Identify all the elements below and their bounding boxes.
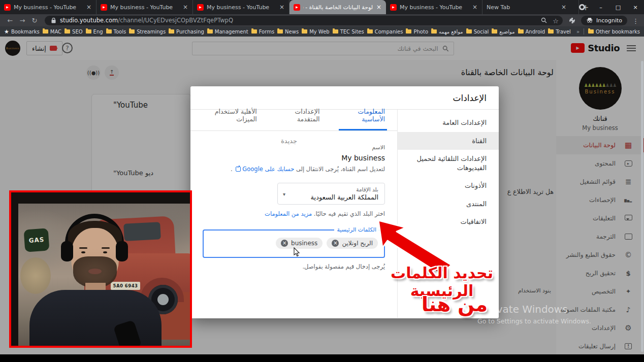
bookmarks-root[interactable]: Bookmarks (4, 28, 40, 35)
headphone-cup (61, 241, 73, 261)
bookmark-folder-label: Forms (259, 29, 274, 35)
bookmark-folder[interactable]: مواقع مهمه (431, 29, 463, 35)
browser-tab[interactable]: My business - YouTube (193, 0, 289, 14)
browser-tab[interactable]: My business - YouTube (96, 0, 193, 14)
country-select[interactable]: بلد الإقامة المملكة العربية السعودية (277, 183, 385, 205)
folder-icon (43, 29, 48, 34)
minimize-button[interactable]: – (592, 0, 609, 14)
keywords-help: يُرجى إدخال قيم مفصولة بفواصل. (203, 263, 385, 270)
letterbox-bar (0, 354, 644, 362)
bookmark-folder-label: مواقع مهمه (439, 29, 463, 35)
other-bookmarks[interactable]: Other bookmarks (588, 29, 640, 35)
browser-tab[interactable]: New Tab (482, 0, 579, 14)
bookmark-folder[interactable]: SEO (65, 29, 83, 35)
extensions-puzzle-icon[interactable] (569, 17, 576, 24)
folder-icon (518, 29, 524, 34)
bookmark-folder-label: Streamings (137, 29, 166, 35)
browser-tab[interactable]: My business - YouTube (386, 0, 482, 14)
tab-close-icon[interactable] (472, 4, 478, 10)
headphone-cup (116, 241, 128, 261)
browser-tab[interactable]: My business - YouTube (0, 0, 96, 14)
background-text-fragment: جديدة (281, 137, 297, 145)
bookmark-folder[interactable]: MAC (43, 29, 61, 35)
bookmark-star-icon[interactable] (553, 16, 559, 25)
folder-icon (333, 29, 338, 34)
tab-close-icon[interactable] (561, 4, 567, 10)
bookmark-folder[interactable]: Tools (106, 29, 126, 35)
folder-icon (207, 29, 213, 34)
folder-icon (277, 29, 283, 34)
dialog-menu-item[interactable]: المنتدى (398, 195, 499, 213)
close-button[interactable]: × (627, 0, 644, 14)
reload-icon[interactable] (29, 15, 40, 25)
bookmarks-overflow-chevron[interactable]: » (576, 29, 579, 35)
browser-tab[interactable]: لوحة البيانات الخاصة بالقناة - Studio (289, 0, 386, 14)
maximize-button[interactable]: □ (609, 0, 627, 14)
tab-close-icon[interactable] (376, 4, 382, 10)
screen: My business - YouTube My business - YouT… (0, 0, 644, 362)
bookmark-folder[interactable]: Social (466, 29, 489, 35)
url-domain: studio.youtube.com (60, 17, 118, 24)
folder-icon (129, 29, 135, 34)
folder-icon (65, 29, 70, 34)
bookmark-folder-label: News (285, 29, 299, 35)
keyword-chip-label: business (291, 240, 317, 247)
tab-close-icon[interactable] (182, 4, 188, 10)
back-icon[interactable] (5, 15, 15, 25)
bookmark-folder[interactable]: TEC Sites (333, 29, 364, 35)
dialog-menu-item[interactable]: القناة (398, 132, 499, 150)
person-eyebrow (102, 247, 110, 249)
tab-list: My business - YouTube My business - YouT… (0, 0, 579, 14)
bookmark-folder[interactable]: News (277, 29, 299, 35)
bookmark-folder[interactable]: Management (207, 29, 248, 35)
star-icon (4, 28, 9, 35)
dialog-menu-item[interactable]: الأذونات (398, 177, 499, 195)
bookmark-folder[interactable]: Android (518, 29, 545, 35)
bookmark-folder[interactable]: Purchasing (169, 29, 204, 35)
bookmark-folder-label: My Web (309, 29, 330, 35)
country-help: اختر البلد الذي تقيم فيه حاليًا. مزيد من… (203, 210, 385, 217)
bookmark-folder-label: Purchasing (176, 29, 204, 35)
dialog-tabs: المعلومات الأساسية الإعدادات المتقدمة ال… (190, 110, 397, 131)
remove-chip-icon[interactable] (281, 240, 288, 247)
wheel-hub (157, 294, 169, 305)
dialog-menu-item[interactable]: الإعدادات العامة (398, 114, 499, 132)
bookmark-folder[interactable]: My Web (302, 29, 330, 35)
bookmark-folder[interactable]: Forms (251, 29, 274, 35)
annotation-text-line2: من هنا (403, 293, 506, 316)
address-bar: studio.youtube.com/channel/UCyEDvesjCOpB… (0, 14, 644, 26)
youtube-icon (294, 4, 300, 11)
youtube-icon (101, 4, 107, 11)
dark-strip (11, 192, 18, 346)
name-help: لتعديل اسم القناة، يُرجى الانتقال إلى حس… (203, 166, 385, 173)
dialog-tab[interactable]: الأهلية لاستخدام الميزات (201, 108, 259, 130)
tab-close-icon[interactable] (279, 4, 285, 10)
remove-chip-icon[interactable] (332, 240, 339, 247)
person-eye (103, 251, 107, 253)
more-info-link[interactable]: مزيد من المعلومات (265, 210, 312, 217)
zoom-icon[interactable] (540, 17, 548, 24)
dialog-menu-item[interactable]: الإعدادات التلقائية لتحميل الفيديوهات (398, 150, 499, 177)
bookmark-folder[interactable]: Eng (86, 29, 103, 35)
url-field[interactable]: studio.youtube.com/channel/UCyEDvesjCOpB… (45, 16, 563, 25)
tab-close-icon[interactable] (86, 4, 92, 10)
forward-icon[interactable] (17, 15, 27, 25)
tab-title: My business - YouTube (400, 4, 469, 11)
bookmark-folder[interactable]: مواضيع (492, 29, 514, 35)
other-bookmarks-label: Other bookmarks (596, 29, 640, 35)
dialog-titlebar: الإعدادات (190, 86, 499, 110)
browser-menu-icon[interactable] (632, 16, 639, 25)
dialog-tab[interactable]: المعلومات الأساسية (339, 108, 387, 130)
bookmark-folder[interactable]: Travel (548, 29, 571, 35)
dialog-tab[interactable]: الإعدادات المتقدمة (276, 108, 322, 130)
bookmark-folder-label: Tools (114, 29, 126, 35)
google-account-link[interactable]: حسابك على Google (242, 166, 294, 173)
bookmark-folder-label: MAC (50, 29, 61, 35)
page-scrollbar[interactable] (641, 61, 643, 352)
tab-title: لوحة البيانات الخاصة بالقناة - Studio (303, 4, 373, 11)
bookmark-folder[interactable]: Streamings (129, 29, 166, 35)
bookmark-folder[interactable]: Companies (367, 29, 403, 35)
record-indicator-icon (579, 4, 585, 10)
bookmark-folder[interactable]: Photo (406, 29, 428, 35)
keyword-chip[interactable]: الربح اونلاين (327, 238, 378, 249)
